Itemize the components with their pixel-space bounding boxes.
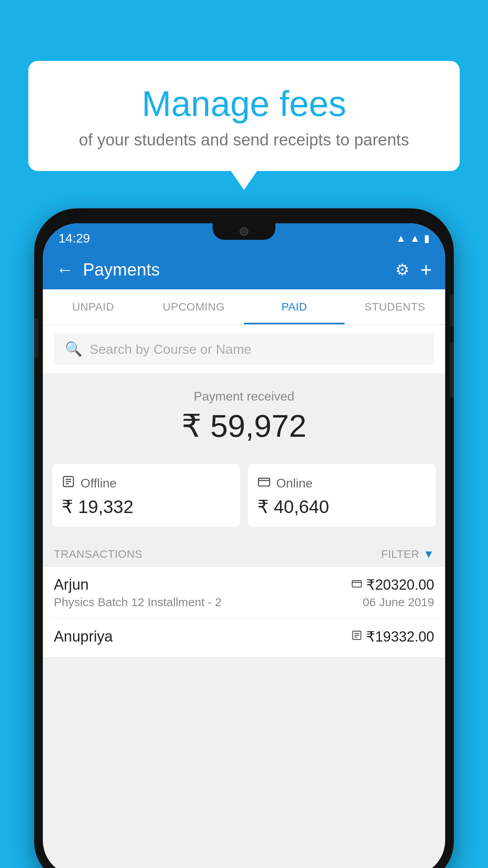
settings-icon[interactable]: ⚙	[395, 261, 409, 279]
payment-amount: ₹ 59,972	[43, 408, 445, 444]
transactions-label: TRANSACTIONS	[54, 548, 142, 561]
tabs: UNPAID UPCOMING PAID STUDENTS	[43, 289, 445, 325]
battery-icon: ▮	[424, 232, 429, 245]
svg-rect-4	[259, 478, 270, 486]
transactions-header: TRANSACTIONS FILTER ▼	[43, 539, 445, 567]
payment-type-icon	[351, 578, 362, 592]
offline-icon	[62, 475, 75, 491]
transaction-amount-wrapper: ₹19332.00	[351, 629, 434, 645]
offline-card-header: Offline	[62, 475, 117, 491]
payment-summary: Payment received ₹ 59,972	[43, 373, 445, 456]
speech-bubble-container: Manage fees of your students and send re…	[28, 61, 460, 171]
signal-icon: ▲	[410, 232, 420, 245]
transaction-name: Arjun	[54, 576, 89, 593]
app-bar-title: Payments	[83, 260, 386, 280]
online-card: Online ₹ 40,640	[248, 464, 436, 527]
transaction-row-top: Anupriya ₹19332.00	[54, 628, 434, 645]
search-bar[interactable]: 🔍 Search by Course or Name	[54, 333, 434, 365]
transaction-name: Anupriya	[54, 628, 113, 645]
status-time: 14:29	[59, 231, 90, 246]
search-icon: 🔍	[65, 341, 83, 357]
filter-button[interactable]: FILTER ▼	[381, 548, 434, 561]
offline-card: Offline ₹ 19,332	[52, 464, 240, 527]
online-card-header: Online	[257, 475, 313, 491]
tab-students[interactable]: STUDENTS	[345, 289, 445, 324]
tab-paid[interactable]: PAID	[244, 289, 345, 324]
volume-button	[34, 318, 38, 358]
offline-amount: ₹ 19,332	[62, 496, 133, 517]
payment-type-icon	[351, 630, 362, 644]
filter-label: FILTER	[381, 548, 419, 561]
transaction-course: Physics Batch 12 Installment - 2	[54, 596, 222, 609]
add-button[interactable]: +	[420, 258, 432, 281]
transaction-list: Arjun ₹20320.00 Physics Batch 12 Install…	[43, 567, 445, 657]
search-placeholder: Search by Course or Name	[90, 342, 251, 357]
back-button[interactable]: ←	[56, 260, 73, 280]
online-amount: ₹ 40,640	[257, 496, 329, 517]
camera	[240, 227, 248, 236]
table-row[interactable]: Anupriya ₹19332.00	[43, 619, 445, 657]
payment-received-label: Payment received	[43, 389, 445, 404]
phone-frame: 14:29 ▲ ▲ ▮ ← Payments ⚙ + UNPAID UPCOMI…	[34, 208, 454, 868]
svg-rect-6	[352, 581, 361, 587]
speech-bubble-title: Manage fees	[48, 85, 440, 123]
payment-cards: Offline ₹ 19,332 Online ₹ 40,640	[43, 456, 445, 539]
transaction-date: 06 June 2019	[363, 596, 434, 609]
tab-unpaid[interactable]: UNPAID	[43, 289, 143, 324]
app-bar: ← Payments ⚙ +	[43, 250, 445, 289]
transaction-amount: ₹20320.00	[366, 577, 434, 593]
status-icons: ▲ ▲ ▮	[396, 232, 429, 245]
table-row[interactable]: Arjun ₹20320.00 Physics Batch 12 Install…	[43, 567, 445, 619]
speech-bubble-subtitle: of your students and send receipts to pa…	[48, 131, 440, 149]
offline-label: Offline	[81, 476, 117, 491]
filter-icon: ▼	[423, 548, 434, 561]
transaction-row-top: Arjun ₹20320.00	[54, 576, 434, 593]
transaction-amount: ₹19332.00	[366, 629, 434, 645]
online-label: Online	[276, 476, 313, 491]
transaction-row-bottom: Physics Batch 12 Installment - 2 06 June…	[54, 596, 434, 609]
app-bar-actions: ⚙ +	[395, 258, 432, 281]
wifi-icon: ▲	[396, 232, 406, 245]
online-icon	[257, 475, 271, 491]
tab-upcoming[interactable]: UPCOMING	[143, 289, 244, 324]
volume-button-right	[450, 342, 454, 397]
search-container: 🔍 Search by Course or Name	[43, 325, 445, 373]
speech-bubble: Manage fees of your students and send re…	[28, 61, 460, 171]
transaction-amount-wrapper: ₹20320.00	[351, 577, 434, 593]
notch	[213, 223, 275, 240]
phone-screen: 14:29 ▲ ▲ ▮ ← Payments ⚙ + UNPAID UPCOMI…	[43, 223, 445, 868]
power-button	[450, 295, 454, 326]
